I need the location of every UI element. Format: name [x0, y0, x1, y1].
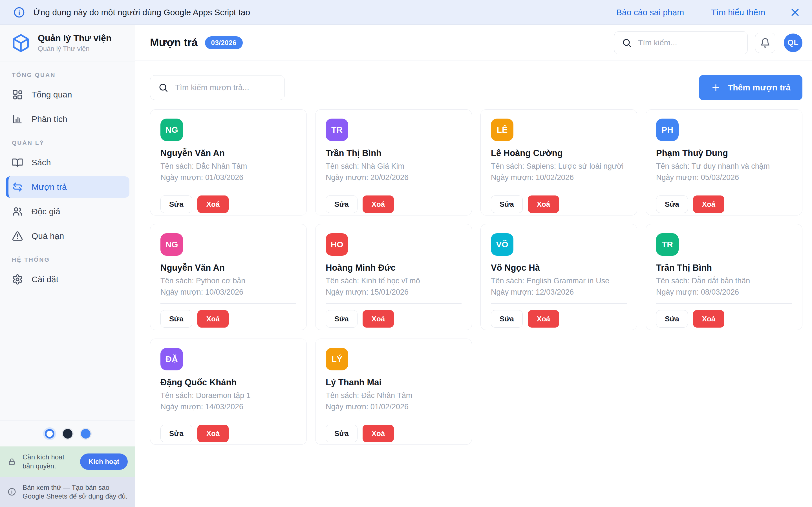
borrow-card: PHPhạm Thuỳ DungTên sách: Tư duy nhanh v… — [646, 109, 802, 216]
sidebar-item-muon-tra[interactable]: Mượn trả — [6, 176, 130, 198]
sidebar-item-tong-quan[interactable]: Tổng quan — [6, 84, 130, 105]
nav-section-label: QUẢN LÝ — [6, 139, 130, 146]
delete-button[interactable]: Xoá — [363, 310, 394, 328]
license-notice: Cần kích hoạt bản quyền. Kích hoạt — [0, 446, 135, 476]
borrow-date: Ngày mượn: 10/02/2026 — [491, 173, 627, 182]
borrower-avatar: HO — [326, 233, 348, 256]
sidebar-item-sach[interactable]: Sách — [6, 152, 130, 173]
borrower-name: Trần Thị Bình — [326, 148, 462, 158]
borrow-card: VÕVõ Ngọc HàTên sách: English Grammar in… — [480, 224, 637, 330]
edit-button[interactable]: Sửa — [656, 310, 688, 328]
edit-button[interactable]: Sửa — [656, 195, 688, 213]
borrow-search — [150, 75, 285, 100]
activate-button[interactable]: Kích hoạt — [80, 453, 128, 470]
borrower-name: Võ Ngọc Hà — [491, 263, 627, 273]
edit-button[interactable]: Sửa — [326, 195, 357, 213]
borrow-search-input[interactable] — [174, 83, 276, 93]
nav-section-label: HỆ THỐNG — [6, 256, 130, 263]
borrow-card: TRTrần Thị BìnhTên sách: Nhà Giả KimNgày… — [315, 109, 472, 216]
banner-text: Ứng dụng này do một người dùng Google Ap… — [33, 8, 250, 17]
borrower-name: Nguyễn Văn An — [160, 148, 296, 158]
page-title: Mượn trả — [150, 37, 198, 49]
borrower-name: Hoàng Minh Đức — [326, 263, 462, 273]
book-title: Tên sách: Đắc Nhân Tâm — [160, 162, 296, 171]
borrow-date: Ngày mượn: 14/03/2026 — [160, 402, 296, 411]
edit-button[interactable]: Sửa — [160, 195, 192, 213]
dashboard-icon — [12, 89, 23, 100]
sidebar-item-phan-tich[interactable]: Phân tích — [6, 108, 130, 130]
borrow-date: Ngày mượn: 01/02/2026 — [326, 402, 462, 411]
borrower-avatar: ĐẶ — [160, 348, 183, 371]
delete-button[interactable]: Xoá — [197, 195, 229, 213]
edit-button[interactable]: Sửa — [326, 310, 357, 328]
app-title: Quản lý Thư viện — [38, 33, 111, 43]
borrower-avatar: TR — [656, 233, 679, 256]
card-divider — [326, 303, 462, 304]
borrower-avatar: LÝ — [326, 348, 348, 371]
search-icon — [622, 38, 632, 48]
sidebar-item-label: Phân tích — [32, 114, 67, 124]
borrow-card: TRTrần Thị BìnhTên sách: Dẫn dắt bản thâ… — [646, 224, 802, 330]
book-title: Tên sách: Dẫn dắt bản thân — [656, 277, 792, 285]
borrow-date: Ngày mượn: 05/03/2026 — [656, 173, 792, 182]
edit-button[interactable]: Sửa — [491, 195, 523, 213]
edit-button[interactable]: Sửa — [491, 310, 523, 328]
theme-dot-2[interactable] — [81, 429, 91, 439]
borrower-avatar: PH — [656, 119, 679, 141]
book-title: Tên sách: Nhà Giả Kim — [326, 162, 462, 171]
sidebar-item-cai-dat[interactable]: Cài đặt — [6, 269, 130, 290]
borrower-name: Nguyễn Văn An — [160, 263, 296, 273]
theme-dot-0[interactable] — [45, 429, 54, 439]
delete-button[interactable]: Xoá — [693, 195, 725, 213]
borrower-name: Lê Hoàng Cường — [491, 148, 627, 158]
search-icon — [158, 82, 168, 93]
borrower-name: Phạm Thuỳ Dung — [656, 148, 792, 158]
sidebar-item-label: Tổng quan — [32, 90, 72, 100]
borrower-avatar: VÕ — [491, 233, 513, 256]
delete-button[interactable]: Xoá — [693, 310, 725, 328]
delete-button[interactable]: Xoá — [528, 310, 559, 328]
borrower-name: Trần Thị Bình — [656, 263, 792, 273]
borrower-name: Lý Thanh Mai — [326, 378, 462, 388]
user-avatar[interactable]: QL — [784, 34, 802, 52]
card-divider — [656, 189, 792, 189]
borrower-avatar: TR — [326, 119, 348, 141]
borrower-name: Đặng Quốc Khánh — [160, 378, 296, 388]
book-title: Tên sách: Python cơ bản — [160, 277, 296, 285]
delete-button[interactable]: Xoá — [363, 195, 394, 213]
edit-button[interactable]: Sửa — [160, 425, 192, 442]
bar-chart-icon — [12, 114, 23, 125]
card-divider — [491, 189, 627, 189]
sidebar-item-label: Quá hạn — [32, 231, 64, 241]
lock-icon — [7, 457, 16, 466]
main-area: Mượn trả 03/2026 QL Thêm mượn trả — [135, 25, 812, 507]
delete-button[interactable]: Xoá — [363, 425, 394, 442]
notifications-button[interactable] — [755, 33, 775, 53]
close-icon[interactable] — [790, 7, 801, 18]
delete-button[interactable]: Xoá — [197, 425, 229, 442]
month-badge: 03/2026 — [205, 36, 243, 49]
sidebar-item-qua-han[interactable]: Quá hạn — [6, 225, 130, 247]
borrow-date: Ngày mượn: 12/03/2026 — [491, 288, 627, 297]
app-header: Quản lý Thư viện Quản lý Thư viện — [0, 25, 135, 61]
edit-button[interactable]: Sửa — [160, 310, 192, 328]
plus-icon — [711, 82, 721, 93]
delete-button[interactable]: Xoá — [528, 195, 559, 213]
book-icon — [12, 157, 23, 168]
sidebar-item-doc-gia[interactable]: Độc giả — [6, 201, 130, 222]
sidebar-item-label: Cài đặt — [32, 275, 58, 284]
edit-button[interactable]: Sửa — [326, 425, 357, 442]
card-divider — [160, 303, 296, 304]
card-divider — [491, 303, 627, 304]
borrow-card: ĐẶĐặng Quốc KhánhTên sách: Doraemon tập … — [150, 339, 307, 445]
borrow-card: NGNguyễn Văn AnTên sách: Python cơ bảnNg… — [150, 224, 307, 330]
info-icon — [13, 6, 26, 18]
borrow-date: Ngày mượn: 08/03/2026 — [656, 288, 792, 297]
apps-script-banner: Ứng dụng này do một người dùng Google Ap… — [0, 0, 812, 25]
report-abuse-link[interactable]: Báo cáo sai phạm — [616, 8, 684, 17]
global-search-input[interactable] — [638, 38, 740, 48]
delete-button[interactable]: Xoá — [197, 310, 229, 328]
learn-more-link[interactable]: Tìm hiểu thêm — [711, 8, 765, 17]
add-borrow-button[interactable]: Thêm mượn trả — [699, 75, 802, 100]
theme-dot-1[interactable] — [63, 429, 72, 439]
